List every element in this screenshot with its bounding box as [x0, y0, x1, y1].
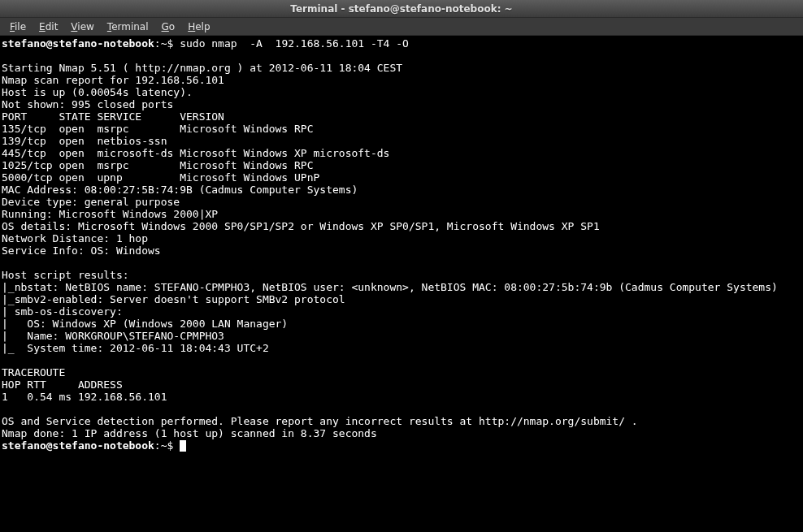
output-line: OS and Service detection performed. Plea… — [2, 415, 638, 427]
output-line: | Name: WORKGROUP\STEFANO-CPMPHO3 — [2, 330, 224, 342]
prompt-symbol: $ — [167, 439, 174, 452]
menu-file[interactable]: File — [3, 19, 33, 34]
output-line: Running: Microsoft Windows 2000|XP — [2, 208, 218, 220]
output-line: | OS: Windows XP (Windows 2000 LAN Manag… — [2, 318, 288, 330]
output-line: Not shown: 995 closed ports — [2, 98, 173, 110]
output-line: Device type: general purpose — [2, 196, 180, 208]
prompt-user-host: stefano@stefano-notebook — [2, 37, 154, 50]
output-line: 1 0.54 ms 192.168.56.101 — [2, 391, 167, 403]
output-line: Host is up (0.00054s latency). — [2, 86, 193, 98]
output-line: |_smbv2-enabled: Server doesn't support … — [2, 293, 345, 305]
output-line: HOP RTT ADDRESS — [2, 378, 123, 391]
prompt-symbol: $ — [167, 37, 174, 50]
menu-help[interactable]: Help — [181, 19, 216, 34]
prompt-path: ~ — [161, 37, 167, 50]
output-line: TRACEROUTE — [2, 366, 65, 378]
output-line: 5000/tcp open upnp Microsoft Windows UPn… — [2, 171, 319, 184]
menu-edit[interactable]: Edit — [33, 19, 64, 34]
output-line: Host script results: — [2, 269, 129, 281]
output-line: |_ System time: 2012-06-11 18:04:43 UTC+… — [2, 342, 269, 354]
output-line: Nmap done: 1 IP address (1 host up) scan… — [2, 427, 377, 439]
menu-go[interactable]: Go — [155, 19, 182, 34]
cursor — [180, 440, 186, 452]
prompt-user-host: stefano@stefano-notebook — [2, 439, 154, 452]
output-line: Network Distance: 1 hop — [2, 232, 148, 244]
menubar: File Edit View Terminal Go Help — [0, 18, 803, 36]
output-line: PORT STATE SERVICE VERSION — [2, 110, 224, 123]
output-line: OS details: Microsoft Windows 2000 SP0/S… — [2, 220, 600, 232]
window-titlebar: Terminal - stefano@stefano-notebook: ~ — [0, 0, 803, 18]
menu-view[interactable]: View — [64, 19, 100, 34]
output-line: 139/tcp open netbios-ssn — [2, 135, 167, 147]
output-line: |_nbstat: NetBIOS name: STEFANO-CPMPHO3,… — [2, 281, 778, 293]
output-line: Service Info: OS: Windows — [2, 244, 161, 257]
output-line: 445/tcp open microsoft-ds Microsoft Wind… — [2, 147, 389, 159]
output-line: Starting Nmap 5.51 ( http://nmap.org ) a… — [2, 62, 402, 74]
command-text: sudo nmap -A 192.168.56.101 -T4 -O — [180, 37, 409, 50]
output-line: MAC Address: 08:00:27:5B:74:9B (Cadmus C… — [2, 184, 358, 196]
prompt-path: ~ — [161, 439, 167, 452]
terminal-output[interactable]: stefano@stefano-notebook:~$ sudo nmap -A… — [0, 36, 803, 532]
output-line: 1025/tcp open msrpc Microsoft Windows RP… — [2, 159, 314, 171]
output-line: Nmap scan report for 192.168.56.101 — [2, 74, 224, 86]
window-title: Terminal - stefano@stefano-notebook: ~ — [290, 3, 512, 15]
output-line: | smb-os-discovery: — [2, 305, 123, 318]
menu-terminal[interactable]: Terminal — [101, 19, 155, 34]
output-line: 135/tcp open msrpc Microsoft Windows RPC — [2, 123, 314, 135]
